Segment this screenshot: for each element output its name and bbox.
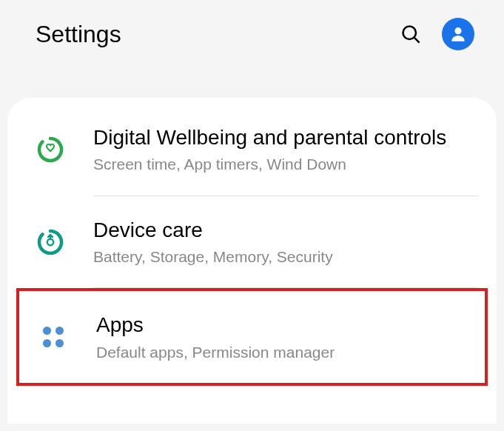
settings-item-apps[interactable]: Apps Default apps, Permission manager	[16, 288, 488, 386]
svg-point-0	[403, 27, 417, 40]
settings-item-device-care[interactable]: Device care Battery, Storage, Memory, Se…	[7, 196, 497, 288]
device-care-icon	[37, 229, 64, 255]
list-content: Device care Battery, Storage, Memory, Se…	[93, 217, 479, 267]
settings-card: Digital Wellbeing and parental controls …	[7, 98, 497, 424]
apps-icon	[40, 324, 67, 350]
svg-line-1	[414, 38, 420, 43]
list-content: Digital Wellbeing and parental controls …	[93, 124, 479, 175]
list-item-title: Digital Wellbeing and parental controls	[93, 124, 479, 151]
list-item-title: Apps	[96, 312, 467, 338]
wellbeing-icon	[37, 136, 64, 163]
profile-icon[interactable]	[442, 18, 474, 50]
list-item-subtitle: Default apps, Permission manager	[96, 342, 467, 362]
svg-point-2	[454, 27, 461, 34]
page-title: Settings	[36, 21, 121, 48]
settings-item-digital-wellbeing[interactable]: Digital Wellbeing and parental controls …	[7, 104, 497, 196]
search-icon[interactable]	[400, 24, 421, 44]
list-item-subtitle: Battery, Storage, Memory, Security	[93, 247, 479, 267]
list-content: Apps Default apps, Permission manager	[96, 312, 467, 362]
header-actions	[400, 18, 474, 50]
list-item-title: Device care	[93, 217, 479, 244]
list-item-subtitle: Screen time, App timers, Wind Down	[93, 154, 479, 174]
settings-header: Settings	[0, 0, 504, 68]
